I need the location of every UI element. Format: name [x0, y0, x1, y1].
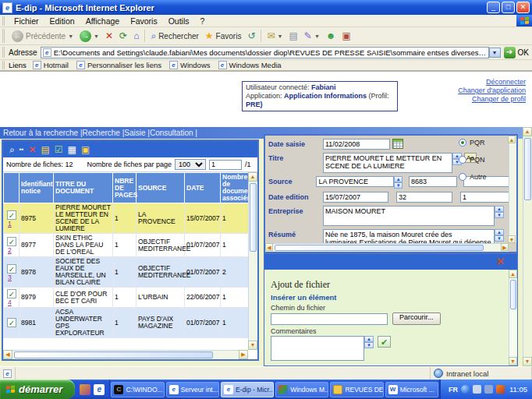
date-edition-input[interactable] [323, 192, 388, 203]
link-personnaliser[interactable]: ePersonnaliser les liens [76, 61, 161, 69]
table-row[interactable]: ✓4 8979 CLE D'OR POUR BEC ET CARI 1 L'UR… [4, 288, 249, 308]
deconnecter-link[interactable]: Déconnecter [458, 78, 526, 87]
col-pages[interactable]: NBRE DE PAGES [113, 173, 137, 203]
form-horizontal-scrollbar[interactable]: ◀ ▶ [265, 243, 509, 252]
maximize-button[interactable]: □ [502, 2, 515, 13]
menu-outils[interactable]: Outils [163, 16, 195, 26]
task-edip[interactable]: eE-dip - Micr... [221, 382, 274, 397]
nav-saisie[interactable]: Saisie [124, 129, 150, 137]
grip-handle[interactable] [2, 47, 6, 58]
results-horizontal-scrollbar[interactable]: ◀ ▶ [3, 350, 248, 359]
language-indicator[interactable]: FR [449, 386, 458, 394]
upload-vertical-scrollbar[interactable]: ▲ ▼ [509, 270, 517, 365]
history-button[interactable]: ↺ [244, 30, 258, 41]
form-vertical-scrollbar[interactable]: ▲ ▼ [509, 136, 516, 243]
messenger-button[interactable]: ☻ [323, 30, 339, 41]
file-path-input[interactable] [271, 313, 388, 325]
print-icon[interactable]: ▦ [68, 144, 76, 155]
col-identifiant[interactable]: Identifiant notice [20, 173, 54, 203]
link-hotmail[interactable]: eHotmail [33, 61, 69, 69]
scroll-down-icon[interactable]: ▼ [523, 357, 532, 366]
date-saisie-input[interactable] [323, 139, 390, 150]
task-serveur[interactable]: eServeur int... [166, 382, 219, 397]
tray-volume-icon[interactable] [484, 385, 493, 394]
titre-textarea[interactable]: PIERRE MOURET LE METTEUR EN SCENE DE LA … [323, 153, 452, 173]
scroll-left-icon[interactable]: ◀ [265, 243, 273, 251]
forward-button[interactable]: →▼ [76, 30, 102, 43]
nav-recherche[interactable]: Recherche [83, 129, 125, 137]
table-row[interactable]: ✓1 8975 PIERRE MOURET LE METTEUR EN SCEN… [4, 203, 249, 234]
nav-retour-recherche[interactable]: Retour à la recherche [3, 129, 83, 137]
radio-autre[interactable]: Autre [459, 173, 505, 181]
col-source[interactable]: SOURCE [137, 173, 185, 203]
grip-handle[interactable] [2, 61, 6, 69]
favorites-button[interactable]: ★Favoris [202, 30, 245, 41]
resume-textarea[interactable]: Née ne 1875, la maison Mouret crée des l… [323, 229, 495, 245]
source-spinner[interactable]: ▲▼ [394, 176, 403, 189]
col-associes[interactable]: Nombre de document associés [221, 173, 249, 203]
row-checkbox[interactable]: ✓ [7, 318, 16, 327]
changer-profil-link[interactable]: Changer de profil [458, 95, 526, 104]
row-checkbox[interactable]: ✓ [7, 237, 16, 246]
refresh-button[interactable]: ⟳ [116, 30, 130, 41]
scroll-right-icon[interactable]: ▶ [239, 350, 248, 359]
minimize-button[interactable]: _ [487, 2, 500, 13]
calendar-icon[interactable] [392, 139, 403, 149]
task-windows-media[interactable]: Windows M... [275, 382, 328, 397]
entreprise-spinner[interactable]: ▲▼ [495, 206, 504, 218]
scroll-down-icon[interactable]: ▼ [508, 235, 516, 243]
row-number-link[interactable]: 3 [8, 274, 12, 281]
comments-spinner[interactable]: ▲▼ [364, 336, 374, 348]
radio-pqr[interactable]: PQR [459, 139, 505, 147]
entreprise-textarea[interactable]: MAISON MOURET [323, 206, 495, 226]
row-checkbox[interactable]: ✓ [7, 264, 16, 274]
changer-application-link[interactable]: Changer d'application [458, 87, 526, 95]
source-code-input[interactable] [409, 176, 457, 187]
page-vertical-scrollbar[interactable]: ▲ ▼ [523, 127, 532, 366]
page-number-input[interactable] [209, 160, 242, 170]
search-button[interactable]: ⌕Rechercher [147, 30, 201, 41]
menu-fichier[interactable]: Fichier [9, 16, 44, 26]
table-row[interactable]: ✓3 8978 SOCIETE DES EAUX DE MARSEILLE, U… [4, 257, 249, 288]
scroll-right-icon[interactable]: ▶ [501, 243, 509, 251]
task-word[interactable]: WMicrosoft ... [385, 382, 438, 397]
comments-textarea[interactable] [271, 336, 364, 361]
stop-button[interactable]: ✕ [102, 30, 116, 41]
form-window-icon[interactable]: ▤ [41, 144, 49, 155]
search-icon[interactable]: ⌕ [9, 144, 15, 155]
link-windows-media[interactable]: eWindows Media [218, 61, 282, 69]
validate-icon[interactable]: ☑ [55, 144, 63, 155]
scroll-up-icon[interactable]: ▲ [523, 127, 532, 136]
address-input[interactable]: e E:\Documents and Settings\claude.fabia… [41, 47, 489, 58]
row-number-link[interactable]: 1 [8, 220, 12, 228]
nav-consultation[interactable]: Consultation [150, 129, 197, 137]
print-button[interactable]: ▤ [286, 30, 300, 41]
col-date[interactable]: DATE [185, 173, 221, 203]
menu-favoris[interactable]: Favoris [125, 16, 162, 26]
per-page-select[interactable]: 100 [175, 159, 206, 170]
scroll-down-icon[interactable]: ▼ [509, 357, 517, 365]
close-button[interactable]: ✕ [516, 2, 530, 13]
row-checkbox[interactable]: ✓ [7, 289, 16, 298]
tray-network-icon[interactable] [473, 385, 481, 394]
row-number-link[interactable]: 4 [8, 298, 12, 306]
scroll-up-icon[interactable]: ▲ [248, 172, 257, 182]
start-button[interactable]: démarrer [0, 380, 75, 399]
thumbnails-icon[interactable]: ▪▪ [20, 144, 24, 155]
scroll-up-icon[interactable]: ▲ [509, 270, 517, 278]
radio-pqn[interactable]: PQN [459, 156, 505, 164]
extra-tool-button[interactable]: ▣ [339, 30, 353, 41]
scroll-left-icon[interactable]: ◀ [3, 350, 12, 359]
home-button[interactable]: ⌂ [130, 30, 142, 41]
quick-launch-app-icon[interactable] [80, 384, 90, 395]
menu-edition[interactable]: Edition [44, 16, 80, 26]
tray-update-icon[interactable] [461, 385, 470, 394]
go-button[interactable]: ➔OK [504, 47, 529, 58]
close-icon[interactable]: ✕ [496, 256, 505, 267]
grip-handle[interactable] [2, 29, 6, 43]
mail-button[interactable]: ✉▼ [264, 30, 286, 41]
table-row[interactable]: ✓2 8977 SKIN ETHIC DANS LA PEAU DE L'ORE… [4, 234, 249, 257]
menu-affichage[interactable]: Affichage [80, 16, 126, 26]
scroll-up-icon[interactable]: ▲ [508, 136, 516, 143]
source-input[interactable] [316, 176, 394, 187]
